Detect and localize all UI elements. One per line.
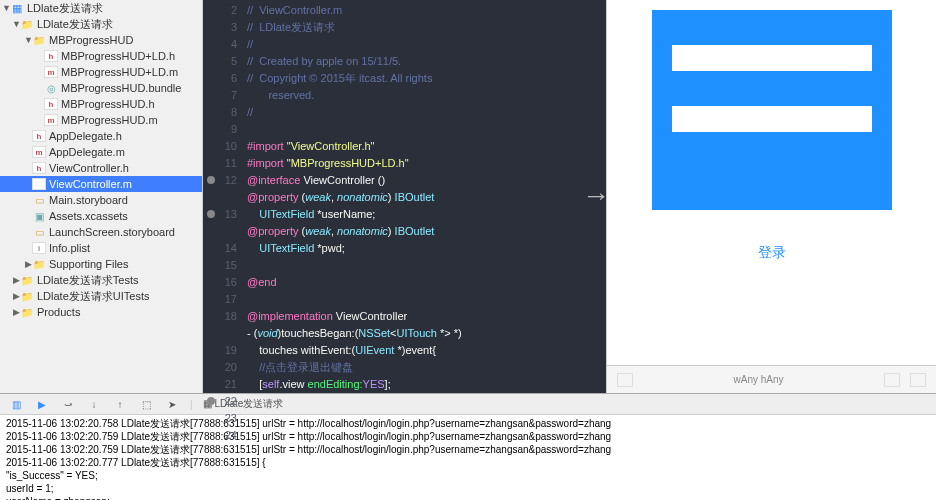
file-item[interactable]: hMBProgressHUD.h — [0, 96, 202, 112]
gutter: 23456789101112131415161718192021222324 — [203, 0, 243, 393]
file-item-selected[interactable]: mViewController.m — [0, 176, 202, 192]
storyboard-icon: ▭ — [32, 226, 46, 238]
file-item[interactable]: ▣Assets.xcassets — [0, 208, 202, 224]
group-supporting[interactable]: ▶📁Supporting Files — [0, 256, 202, 272]
debug-console[interactable]: 2015-11-06 13:02:20.758 LDlate发送请求[77888… — [0, 415, 936, 500]
size-class-label[interactable]: wAny hAny — [643, 374, 874, 385]
continue-icon[interactable]: ▶ — [34, 397, 50, 411]
impl-icon: m — [44, 114, 58, 126]
group-uitests[interactable]: ▶📁LDlate发送请求UITests — [0, 288, 202, 304]
folder-icon: 📁 — [20, 18, 34, 30]
header-icon: h — [44, 98, 58, 110]
tree-label: ViewController.h — [49, 162, 129, 174]
tree-label: Products — [37, 306, 80, 318]
step-out-icon[interactable]: ↑ — [112, 397, 128, 411]
step-over-icon[interactable]: ⤻ — [60, 397, 76, 411]
tree-label: MBProgressHUD.bundle — [61, 82, 181, 94]
assets-icon: ▣ — [32, 210, 46, 222]
login-button[interactable]: 登录 — [657, 235, 887, 271]
header-icon: h — [32, 162, 46, 174]
tree-label: LDlate发送请求UITests — [37, 289, 149, 304]
storyboard-icon: ▭ — [32, 194, 46, 206]
tree-label: MBProgressHUD+LD.m — [61, 66, 178, 78]
tree-label: Assets.xcassets — [49, 210, 128, 222]
file-item[interactable]: mMBProgressHUD+LD.m — [0, 64, 202, 80]
location-icon[interactable]: ➤ — [164, 397, 180, 411]
file-item[interactable]: mAppDelegate.m — [0, 144, 202, 160]
file-item[interactable]: iInfo.plist — [0, 240, 202, 256]
tree-label: Info.plist — [49, 242, 90, 254]
tree-label: MBProgressHUD.h — [61, 98, 155, 110]
hide-debug-icon[interactable]: ▥ — [8, 397, 24, 411]
tree-label: Supporting Files — [49, 258, 129, 270]
tree-label: MBProgressHUD+LD.h — [61, 50, 175, 62]
tree-label: LaunchScreen.storyboard — [49, 226, 175, 238]
tree-label: ViewController.m — [49, 178, 132, 190]
file-item[interactable]: ◎MBProgressHUD.bundle — [0, 80, 202, 96]
header-icon: h — [32, 130, 46, 142]
header-icon: h — [44, 50, 58, 62]
folder-icon: 📁 — [32, 258, 46, 270]
folder-icon: 📁 — [32, 34, 46, 46]
impl-icon: m — [32, 146, 46, 158]
view-controller[interactable]: 登录 — [642, 10, 902, 271]
username-field[interactable] — [672, 45, 872, 71]
project-icon: ▦ — [10, 2, 24, 14]
file-item[interactable]: hMBProgressHUD+LD.h — [0, 48, 202, 64]
file-item[interactable]: ▭Main.storyboard — [0, 192, 202, 208]
code-editor[interactable]: 23456789101112131415161718192021222324 /… — [203, 0, 606, 393]
password-field[interactable] — [672, 106, 872, 132]
tree-label: MBProgressHUD.m — [61, 114, 158, 126]
folder-icon: 📁 — [20, 306, 34, 318]
file-item[interactable]: ▭LaunchScreen.storyboard — [0, 224, 202, 240]
tree-label: AppDelegate.h — [49, 130, 122, 142]
tree-label: MBProgressHUD — [49, 34, 133, 46]
layout-icon[interactable] — [910, 373, 926, 387]
size-class-bar[interactable]: wAny hAny — [607, 365, 936, 393]
layout-icon[interactable] — [884, 373, 900, 387]
tree-label: LDlate发送请求Tests — [37, 273, 138, 288]
tree-label: AppDelegate.m — [49, 146, 125, 158]
view-debug-icon[interactable]: ⬚ — [138, 397, 154, 411]
code-content[interactable]: // ViewController.m// LDlate发送请求//// Cre… — [243, 0, 606, 393]
impl-icon: m — [32, 178, 46, 190]
tree-label: Main.storyboard — [49, 194, 128, 206]
group-products[interactable]: ▶📁Products — [0, 304, 202, 320]
login-panel — [652, 10, 892, 210]
project-navigator[interactable]: ▼▦LDlate发送请求 ▼📁LDlate发送请求 ▼📁MBProgressHU… — [0, 0, 203, 393]
bundle-icon: ◎ — [44, 82, 58, 94]
folder-icon: 📁 — [20, 290, 34, 302]
tree-label: LDlate发送请求 — [27, 1, 103, 16]
divider: | — [190, 399, 193, 410]
project-root[interactable]: ▼▦LDlate发送请求 — [0, 0, 202, 16]
plist-icon: i — [32, 242, 46, 254]
group-progresshud[interactable]: ▼📁MBProgressHUD — [0, 32, 202, 48]
debug-toolbar: ▥ ▶ ⤻ ↓ ↑ ⬚ ➤ | ▦ LDlate发送请求 — [0, 393, 936, 415]
file-item[interactable]: hViewController.h — [0, 160, 202, 176]
interface-builder-preview: → 登录 wAny hAny — [606, 0, 936, 393]
impl-icon: m — [44, 66, 58, 78]
folder-icon: 📁 — [20, 274, 34, 286]
tree-label: LDlate发送请求 — [37, 17, 113, 32]
panel-toggle-icon[interactable] — [617, 373, 633, 387]
file-item[interactable]: hAppDelegate.h — [0, 128, 202, 144]
step-in-icon[interactable]: ↓ — [86, 397, 102, 411]
file-item[interactable]: mMBProgressHUD.m — [0, 112, 202, 128]
canvas[interactable]: → 登录 — [607, 0, 936, 365]
group-main[interactable]: ▼📁LDlate发送请求 — [0, 16, 202, 32]
group-tests[interactable]: ▶📁LDlate发送请求Tests — [0, 272, 202, 288]
entry-arrow-icon: → — [582, 180, 610, 212]
